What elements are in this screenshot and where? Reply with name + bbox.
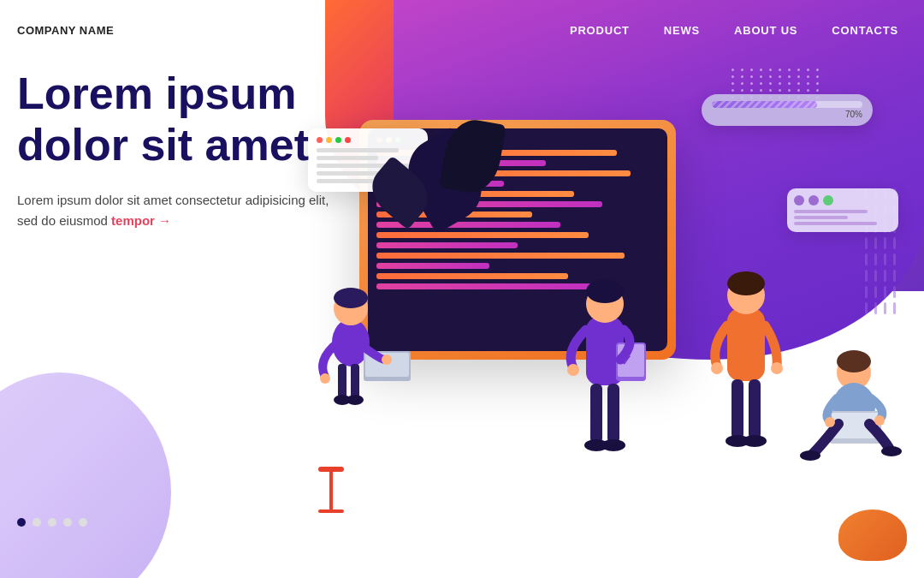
svg-rect-34 [830, 411, 881, 444]
pbt-icon-2 [808, 195, 819, 206]
svg-point-8 [346, 395, 364, 405]
pbt-line-3 [794, 222, 877, 225]
svg-point-20 [584, 439, 608, 451]
pbt-icon-3 [823, 195, 833, 206]
svg-rect-22 [727, 308, 765, 381]
svg-rect-19 [607, 384, 619, 444]
pbt-icon-1 [794, 195, 804, 206]
pbt-line-1 [794, 210, 868, 213]
progress-bar-float: 70% [702, 94, 873, 126]
svg-rect-6 [351, 364, 359, 398]
code-line-12 [376, 263, 489, 269]
svg-point-25 [711, 362, 723, 374]
stool-leg [329, 472, 333, 509]
code-line-11 [376, 253, 625, 259]
bean-bag [838, 509, 907, 561]
bg-blob-bottom-left [0, 372, 171, 578]
hero-title-line1: Lorem ipsum [17, 69, 297, 118]
svg-point-9 [320, 373, 330, 384]
stool-base [318, 509, 344, 513]
dot-4[interactable] [63, 518, 72, 527]
svg-point-37 [881, 446, 902, 456]
progress-bar-fill [712, 101, 817, 108]
illustration-area: 70% [291, 51, 924, 578]
svg-point-38 [825, 417, 835, 427]
progress-label: 70% [712, 110, 862, 119]
code-line-14 [376, 283, 596, 289]
svg-rect-35 [832, 413, 880, 438]
svg-point-29 [726, 435, 749, 447]
svg-rect-27 [732, 379, 743, 439]
svg-rect-28 [749, 379, 761, 439]
svg-rect-5 [338, 364, 346, 398]
dot-3[interactable] [48, 518, 56, 527]
svg-point-30 [743, 435, 767, 447]
svg-point-17 [567, 364, 579, 376]
pbt-lines [794, 210, 891, 225]
main-content: Lorem ipsum dolor sit amet Lorem ipsum d… [17, 69, 342, 231]
nav-about-us[interactable]: ABOUT US [734, 24, 797, 37]
dot-2[interactable] [33, 518, 41, 527]
svg-point-26 [771, 362, 783, 374]
code-line-10 [376, 242, 518, 248]
company-name: COMPANY NAME [17, 24, 114, 37]
hero-title: Lorem ipsum dolor sit amet [17, 69, 342, 171]
pagination-dots [17, 518, 87, 527]
panel-icon-4 [345, 137, 351, 143]
hero-title-line2: dolor sit amet [17, 120, 309, 170]
svg-point-32 [837, 350, 871, 372]
nav-contacts[interactable]: CONTACTS [832, 24, 898, 37]
dot-5[interactable] [79, 518, 87, 527]
nav: PRODUCT NEWS ABOUT US CONTACTS [570, 24, 898, 37]
stool [318, 467, 344, 509]
svg-rect-18 [590, 384, 602, 444]
hero-tempor-link[interactable]: tempor → [111, 213, 171, 228]
svg-point-33 [832, 383, 875, 431]
header: COMPANY NAME PRODUCT NEWS ABOUT US CONTA… [0, 0, 924, 60]
svg-point-36 [800, 450, 820, 461]
svg-point-21 [601, 439, 625, 451]
svg-point-7 [334, 395, 351, 405]
nav-news[interactable]: NEWS [664, 24, 700, 37]
nav-product[interactable]: PRODUCT [570, 24, 630, 37]
code-line-9 [376, 232, 589, 238]
pbt-line-2 [794, 216, 848, 219]
progress-bar-inner [712, 101, 862, 108]
code-line-13 [376, 273, 568, 279]
svg-point-24 [727, 271, 765, 295]
panel-bottom-right [787, 188, 898, 232]
dot-1[interactable] [17, 518, 26, 527]
svg-point-39 [874, 415, 885, 426]
svg-point-23 [727, 277, 765, 314]
svg-point-31 [837, 355, 871, 390]
pbt-icons [794, 195, 891, 206]
hero-description: Lorem ipsum dolor sit amet consectetur a… [17, 190, 342, 231]
